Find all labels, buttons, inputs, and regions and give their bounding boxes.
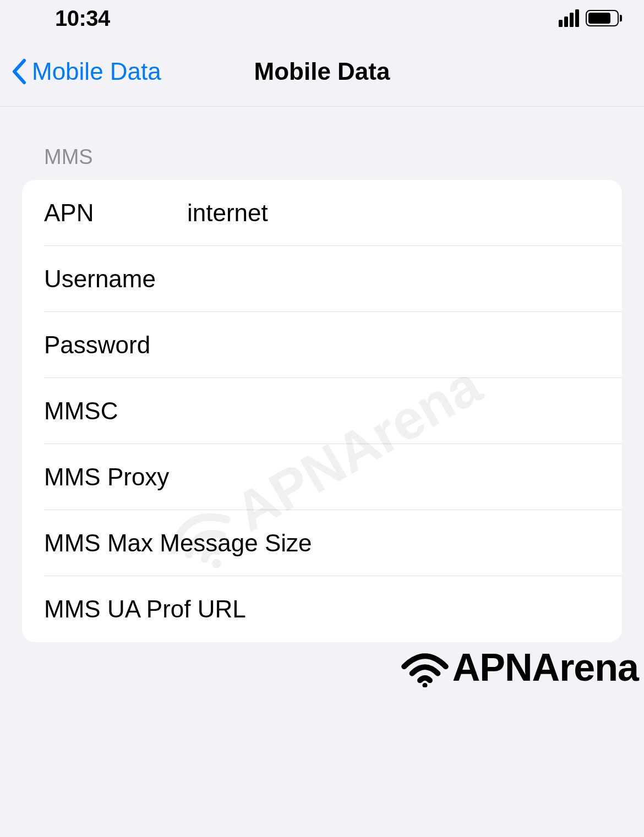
mms-ua-prof-url-row[interactable]: MMS UA Prof URL bbox=[22, 576, 622, 642]
mmsc-row[interactable]: MMSC bbox=[22, 378, 622, 444]
back-button[interactable]: Mobile Data bbox=[11, 58, 161, 85]
battery-icon bbox=[586, 10, 622, 26]
mms-proxy-input[interactable] bbox=[187, 463, 600, 491]
password-input[interactable] bbox=[187, 331, 600, 359]
status-bar: 10:34 bbox=[0, 0, 644, 36]
status-indicators bbox=[559, 9, 622, 27]
mms-proxy-label: MMS Proxy bbox=[44, 463, 187, 491]
chevron-left-icon bbox=[11, 58, 28, 85]
username-label: Username bbox=[44, 265, 187, 293]
username-input[interactable] bbox=[187, 265, 600, 293]
username-row[interactable]: Username bbox=[22, 246, 622, 312]
back-label: Mobile Data bbox=[32, 58, 161, 85]
section-header-mms: MMS bbox=[0, 145, 644, 180]
wifi-icon bbox=[397, 648, 452, 687]
apn-row[interactable]: APN bbox=[22, 180, 622, 246]
mmsc-input[interactable] bbox=[187, 397, 600, 425]
svg-point-1 bbox=[422, 683, 427, 687]
navigation-bar: Mobile Data Mobile Data bbox=[0, 36, 644, 107]
mms-max-message-size-row[interactable]: MMS Max Message Size bbox=[22, 510, 622, 576]
password-row[interactable]: Password bbox=[22, 312, 622, 378]
cellular-signal-icon bbox=[559, 9, 579, 27]
password-label: Password bbox=[44, 331, 187, 359]
apn-label: APN bbox=[44, 199, 187, 227]
footer-logo: APNArena bbox=[397, 645, 638, 690]
status-time: 10:34 bbox=[55, 6, 110, 31]
mmsc-label: MMSC bbox=[44, 397, 187, 425]
settings-group-mms: APN Username Password MMSC MMS Proxy MMS… bbox=[22, 180, 622, 642]
mms-ua-prof-url-input[interactable] bbox=[246, 595, 600, 623]
apn-input[interactable] bbox=[187, 199, 600, 227]
mms-max-message-size-input[interactable] bbox=[312, 529, 614, 557]
mms-proxy-row[interactable]: MMS Proxy bbox=[22, 444, 622, 510]
mms-max-message-size-label: MMS Max Message Size bbox=[44, 529, 312, 557]
content: MMS APN Username Password MMSC MMS Proxy… bbox=[0, 107, 644, 642]
mms-ua-prof-url-label: MMS UA Prof URL bbox=[44, 595, 246, 623]
